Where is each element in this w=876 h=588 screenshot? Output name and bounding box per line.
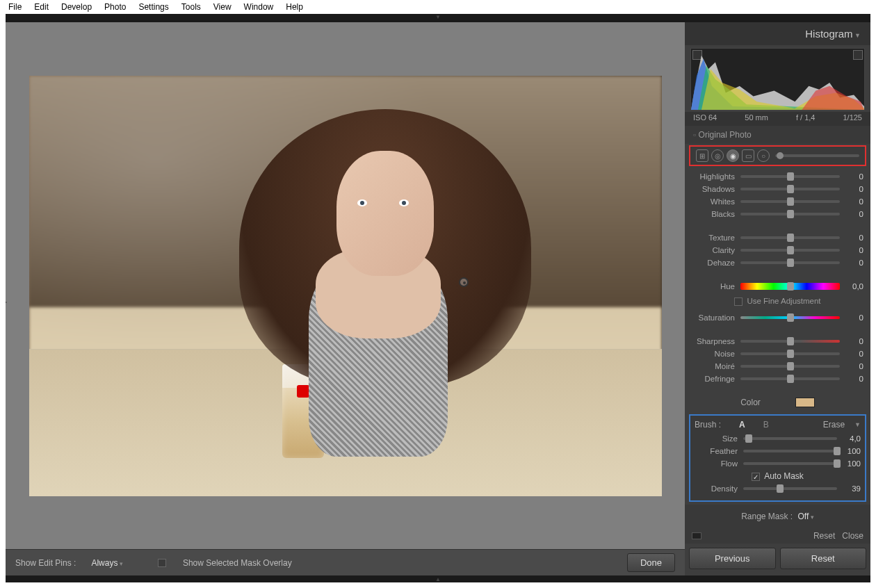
crop-tool-icon[interactable]: ⊞ <box>696 149 708 162</box>
top-panel-grip[interactable] <box>6 14 870 22</box>
range-mask-label: Range Mask : <box>741 512 793 521</box>
brush-section: Brush : A B Erase Size4,0Feather100Flow1… <box>689 414 866 502</box>
tool-strip: ⊞ ◎ ◉ ▭ ○ <box>689 145 866 166</box>
menu-develop[interactable]: Develop <box>56 1 97 13</box>
noise-value[interactable]: 0 <box>845 350 863 358</box>
gradient-tool-icon[interactable]: ▭ <box>742 149 754 162</box>
dehaze-value[interactable]: 0 <box>845 259 863 267</box>
clarity-value[interactable]: 0 <box>845 246 863 254</box>
show-edit-pins-dropdown[interactable]: Always <box>91 558 123 568</box>
blacks-label: Blacks <box>692 210 735 218</box>
size-slider[interactable] <box>743 437 837 440</box>
saturation-slider[interactable] <box>740 316 840 319</box>
blacks-slider[interactable] <box>740 213 840 215</box>
show-overlay-checkbox[interactable] <box>158 559 166 567</box>
size-value[interactable]: 4,0 <box>843 434 861 443</box>
app-window: Show Edit Pins : Always Show Selected Ma… <box>6 14 870 582</box>
menu-tools[interactable]: Tools <box>176 1 206 13</box>
range-mask-dropdown[interactable]: Off <box>798 512 814 521</box>
shadows-value[interactable]: 0 <box>845 185 863 193</box>
right-panel: Histogram ISO 64 50 mm f / 1,4 <box>685 22 870 575</box>
dehaze-label: Dehaze <box>692 259 735 267</box>
menu-settings[interactable]: Settings <box>133 1 174 13</box>
clarity-slider[interactable] <box>740 249 840 252</box>
defringe-label: Defringe <box>692 375 735 383</box>
size-label: Size <box>695 434 738 443</box>
sharpness-label: Sharpness <box>692 337 735 345</box>
menu-view[interactable]: View <box>208 1 237 13</box>
saturation-label: Saturation <box>692 313 735 322</box>
flow-slider[interactable] <box>743 462 837 465</box>
shadows-label: Shadows <box>692 185 735 193</box>
reset-button[interactable]: Reset <box>780 548 867 569</box>
moir-label: Moiré <box>692 362 735 370</box>
flow-value[interactable]: 100 <box>843 459 861 468</box>
shadows-slider[interactable] <box>740 188 840 190</box>
previous-button[interactable]: Previous <box>689 548 776 569</box>
hue-label: Hue <box>692 282 735 291</box>
highlights-value[interactable]: 0 <box>845 172 863 181</box>
spot-tool-icon[interactable]: ◎ <box>711 149 724 162</box>
menu-file[interactable]: File <box>3 1 27 13</box>
density-slider[interactable] <box>743 487 837 490</box>
density-value[interactable]: 39 <box>843 484 861 493</box>
original-photo-toggle[interactable]: Original Photo <box>685 126 870 144</box>
noise-label: Noise <box>692 350 735 358</box>
whites-label: Whites <box>692 197 735 206</box>
brush-label: Brush : <box>695 420 721 430</box>
highlights-label: Highlights <box>692 172 735 181</box>
flow-label: Flow <box>695 459 738 468</box>
menu-edit[interactable]: Edit <box>29 1 54 13</box>
clarity-label: Clarity <box>692 246 735 254</box>
brush-a[interactable]: A <box>739 420 745 430</box>
feather-slider[interactable] <box>743 450 837 452</box>
panel-reset-link[interactable]: Reset <box>813 531 835 541</box>
dehaze-slider[interactable] <box>740 261 840 264</box>
redeye-tool-icon[interactable]: ◉ <box>727 149 739 162</box>
fine-adjustment-checkbox[interactable] <box>734 297 743 306</box>
blacks-value[interactable]: 0 <box>845 210 863 218</box>
defringe-slider[interactable] <box>740 377 840 380</box>
defringe-value[interactable]: 0 <box>845 375 863 383</box>
menu-help[interactable]: Help <box>280 1 309 13</box>
bottom-panel-grip[interactable] <box>6 575 870 582</box>
show-overlay-label: Show Selected Mask Overlay <box>183 558 292 568</box>
panel-close-link[interactable]: Close <box>842 531 863 541</box>
radial-tool-icon[interactable]: ○ <box>757 149 770 162</box>
moir-slider[interactable] <box>740 365 840 368</box>
done-button[interactable]: Done <box>627 553 675 572</box>
histogram[interactable] <box>690 48 865 111</box>
texture-slider[interactable] <box>740 236 840 239</box>
saturation-value[interactable]: 0 <box>845 313 863 322</box>
feather-value[interactable]: 100 <box>843 447 861 455</box>
sharpness-value[interactable]: 0 <box>845 337 863 345</box>
density-label: Density <box>695 484 738 493</box>
histogram-header[interactable]: Histogram <box>685 22 870 45</box>
feather-label: Feather <box>695 447 738 455</box>
auto-mask-checkbox[interactable] <box>752 473 760 481</box>
photo-canvas[interactable] <box>29 76 662 496</box>
noise-slider[interactable] <box>740 352 840 355</box>
menu-photo[interactable]: Photo <box>99 1 131 13</box>
texture-value[interactable]: 0 <box>845 234 863 242</box>
whites-slider[interactable] <box>740 200 840 203</box>
color-label: Color <box>740 398 761 407</box>
moir-value[interactable]: 0 <box>845 362 863 370</box>
sharpness-slider[interactable] <box>740 340 840 343</box>
panel-switch[interactable] <box>692 532 701 539</box>
highlights-slider[interactable] <box>740 175 840 178</box>
hue-slider[interactable] <box>740 283 840 290</box>
color-swatch[interactable] <box>795 398 815 407</box>
shutter-speed: 1/125 <box>843 113 862 122</box>
brush-erase[interactable]: Erase <box>823 420 845 430</box>
focal-length: 50 mm <box>745 113 768 122</box>
photo-metadata: ISO 64 50 mm f / 1,4 1/125 <box>685 112 870 126</box>
brush-b[interactable]: B <box>763 420 769 430</box>
brush-tool-slider[interactable] <box>775 154 859 157</box>
canvas-area: Show Edit Pins : Always Show Selected Ma… <box>6 22 685 575</box>
whites-value[interactable]: 0 <box>845 197 863 206</box>
texture-label: Texture <box>692 234 735 242</box>
iso-value: ISO 64 <box>693 113 717 122</box>
hue-value[interactable]: 0,0 <box>845 282 863 291</box>
menu-window[interactable]: Window <box>238 1 279 13</box>
